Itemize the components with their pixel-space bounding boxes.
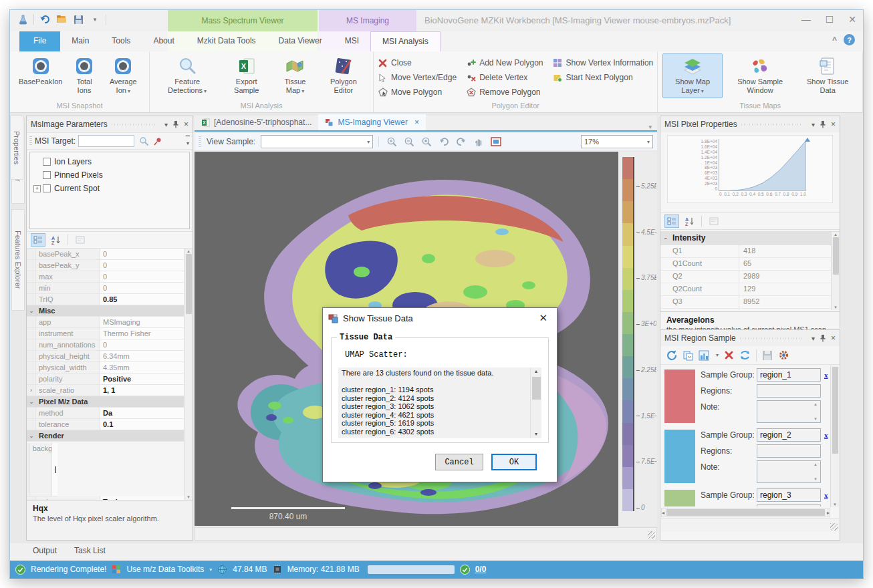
scroll-up-icon[interactable]: ▴ xyxy=(834,232,837,237)
delete-region-icon[interactable] xyxy=(724,350,734,360)
regions-input[interactable] xyxy=(757,444,821,458)
scroll-up-icon[interactable]: ▴ xyxy=(187,249,190,254)
property-row[interactable]: basePeak_x 0 xyxy=(27,249,184,260)
minimize-button[interactable]: — xyxy=(801,14,811,25)
cancel-button[interactable]: Cancel xyxy=(435,454,483,470)
tree-item[interactable]: Ion Layers xyxy=(31,155,188,168)
note-input[interactable]: ▴▾ xyxy=(757,460,821,483)
property-value[interactable]: 0 xyxy=(100,271,184,282)
scroll-thumb[interactable] xyxy=(833,237,839,275)
view-sample-combo[interactable]: ▾ xyxy=(261,135,373,148)
sidebar-tab-properties[interactable]: Properties xyxy=(10,116,23,180)
tab-close-icon[interactable]: × xyxy=(414,118,419,127)
scroll-right-icon[interactable]: ▸ xyxy=(827,510,830,516)
search-icon[interactable] xyxy=(139,136,148,146)
property-row[interactable]: num_annotations 0 xyxy=(27,339,184,351)
intensity-row[interactable]: Q3 8952 xyxy=(660,296,831,309)
dialog-close-icon[interactable]: ✕ xyxy=(535,312,551,324)
ribbon-tab[interactable]: Tools xyxy=(100,31,142,51)
scroll-thumb[interactable] xyxy=(666,509,825,516)
ribbon-tab[interactable]: MSI Analysis xyxy=(370,31,441,51)
property-value[interactable]: Black xyxy=(52,443,57,496)
tree-item[interactable]: Pinned Pixels xyxy=(31,168,188,182)
property-value[interactable]: 4.35mm xyxy=(100,362,184,373)
sync-icon[interactable] xyxy=(739,349,751,361)
property-row[interactable]: Misc xyxy=(27,305,184,317)
intensity-row[interactable]: Q2Count 129 xyxy=(660,283,831,296)
sample-group-input[interactable]: region_1 xyxy=(757,368,821,382)
region-color-swatch[interactable] xyxy=(664,430,695,483)
average-ion-button[interactable]: Average Ion▾ xyxy=(102,53,144,98)
property-row[interactable]: polarity Positive xyxy=(27,374,184,385)
zoom-reset-icon[interactable] xyxy=(419,135,434,148)
qat-customize-icon[interactable]: ▾ xyxy=(89,13,101,25)
property-value[interactable]: 6.34mm xyxy=(100,351,184,361)
property-value[interactable]: Thermo Fisher xyxy=(100,328,184,339)
panel-close-icon[interactable]: × xyxy=(831,120,836,129)
total-ions-button[interactable]: Total Ions xyxy=(68,53,100,98)
resize-grip[interactable] xyxy=(648,531,655,539)
ribbon-tab[interactable]: MSI xyxy=(334,31,370,51)
rotate-left-icon[interactable] xyxy=(436,135,451,148)
toolbar-overflow-icon[interactable]: ▔▾ xyxy=(186,136,190,146)
property-value[interactable]: 1, 1 xyxy=(100,385,184,396)
toolkits-dropdown-icon[interactable]: ▾ xyxy=(209,567,212,573)
refresh-icon[interactable] xyxy=(666,349,677,361)
panel-menu-icon[interactable]: ▾ xyxy=(812,121,815,128)
pin-icon[interactable] xyxy=(820,334,826,342)
intensity-scrollbar[interactable]: ▴ ▾ xyxy=(831,232,840,310)
export-sample-button[interactable]: X Export Sample xyxy=(221,53,271,98)
grid-scrollbar[interactable]: ▴ ▾ xyxy=(184,249,193,500)
sidebar-tab-features-explorer[interactable]: Features Explorer xyxy=(11,209,25,311)
property-value[interactable]: Typhoon xyxy=(100,496,184,500)
property-row[interactable]: basePeak_y 0 xyxy=(27,260,184,271)
undo-icon[interactable] xyxy=(39,13,51,25)
zoom-level-combo[interactable]: 17%▾ xyxy=(581,135,653,148)
polygon-close-button[interactable]: Close xyxy=(378,55,457,70)
property-value[interactable]: Da xyxy=(100,408,184,418)
show-sample-window-button[interactable]: Show Sample Window xyxy=(724,53,796,98)
scroll-thumb[interactable] xyxy=(532,377,541,400)
resize-grip[interactable] xyxy=(830,523,838,531)
property-row[interactable]: method Da xyxy=(27,408,184,419)
property-value[interactable]: 0 xyxy=(100,339,184,350)
tab-list-dropdown-icon[interactable]: ▾ xyxy=(643,124,657,130)
intensity-row[interactable]: Q3Count 193 xyxy=(660,309,831,310)
cluster-report-textbox[interactable]: There are 13 clusters found on the tissu… xyxy=(338,368,541,438)
remove-polygon-button[interactable]: Remove Polygon xyxy=(466,85,543,100)
document-tab-imaging-viewer[interactable]: MS-Imaging Viewer × xyxy=(318,114,426,130)
remove-link[interactable]: x xyxy=(824,488,828,499)
property-row[interactable]: scale_ratio 1, 1 xyxy=(27,385,184,396)
property-row[interactable]: background Black xyxy=(27,443,57,496)
close-button[interactable]: ✕ xyxy=(848,14,856,25)
document-tab-adenosine[interactable]: X [Adenosine-5'-triphosphat... xyxy=(195,114,318,130)
tree-checkbox[interactable] xyxy=(43,158,51,166)
ribbon-collapse-icon[interactable]: ^ xyxy=(832,35,837,45)
property-value[interactable]: 0.85 xyxy=(100,294,184,305)
region-color-swatch[interactable] xyxy=(664,370,695,423)
scroll-thumb[interactable] xyxy=(832,367,838,454)
copy-sample-icon[interactable] xyxy=(682,350,693,361)
sort-az-icon[interactable]: AZ xyxy=(48,233,63,247)
remove-link[interactable]: x xyxy=(824,428,828,439)
add-polygon-button[interactable]: Add New Polygon xyxy=(466,55,543,70)
property-row[interactable]: Render xyxy=(27,430,184,442)
remove-link[interactable]: x xyxy=(824,368,828,379)
zoom-in-icon[interactable] xyxy=(384,135,399,148)
help-button[interactable]: ? xyxy=(844,34,855,45)
property-row[interactable]: max 0 xyxy=(27,271,184,283)
property-value[interactable]: Positive xyxy=(100,374,184,384)
property-value[interactable]: 0.1 xyxy=(100,419,184,430)
panel-close-icon[interactable]: × xyxy=(831,333,836,343)
categorized-icon[interactable] xyxy=(31,233,45,247)
basepeak-ion-button[interactable]: BasePeakIon xyxy=(15,53,66,89)
pin-target-icon[interactable] xyxy=(153,137,162,146)
property-value[interactable]: 0 xyxy=(100,249,184,259)
maximize-button[interactable]: ☐ xyxy=(826,14,834,25)
zoom-out-icon[interactable] xyxy=(402,135,416,148)
region-scrollbar[interactable]: ▾ xyxy=(830,365,839,507)
ribbon-tab[interactable]: Mzkit Data Tools xyxy=(186,31,267,51)
categorized-icon[interactable] xyxy=(664,214,679,228)
dialog-title-bar[interactable]: Show Tissue Data ✕ xyxy=(323,308,557,328)
chart-button-icon[interactable] xyxy=(699,350,709,361)
